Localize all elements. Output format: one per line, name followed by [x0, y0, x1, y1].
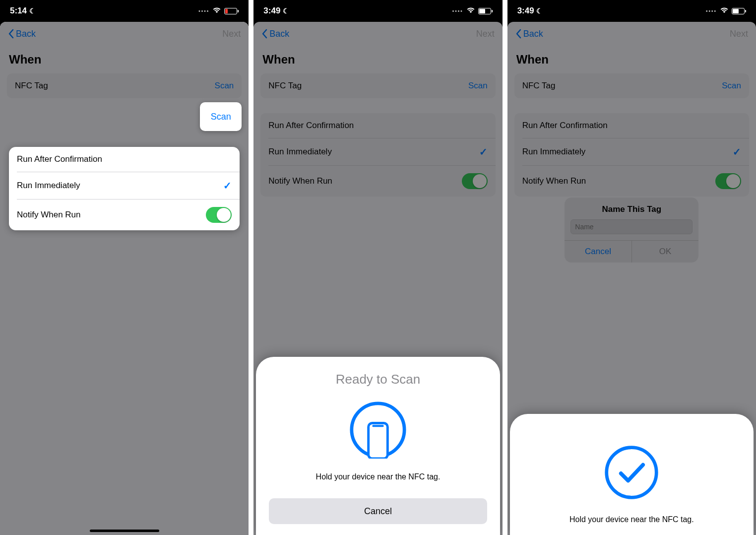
run-immediately-row[interactable]: Run Immediately✓: [514, 138, 749, 165]
nfc-tag-row: NFC Tag Scan: [514, 73, 749, 98]
nfc-tag-row: NFC Tag Scan: [7, 73, 242, 98]
nfc-tag-label: NFC Tag: [15, 81, 48, 91]
screenshot-panel-1: 5:14 ☾ •••• Back Next When NFC Tag Scan …: [0, 0, 249, 535]
wifi-icon: [720, 6, 729, 16]
scan-link[interactable]: Scan: [215, 81, 234, 91]
reception-dots-icon: ••••: [198, 8, 209, 14]
scan-button-highlight[interactable]: Scan: [200, 102, 242, 131]
reception-dots-icon: ••••: [706, 8, 717, 14]
when-heading: When: [0, 46, 249, 70]
next-button[interactable]: Next: [222, 29, 241, 39]
alert-title: Name This Tag: [565, 198, 698, 219]
status-bar: 5:14 ☾ ••••: [0, 0, 249, 22]
tag-name-input[interactable]: [570, 219, 693, 234]
run-immediately-label: Run Immediately: [17, 181, 80, 191]
battery-icon: [478, 8, 493, 14]
nav-bar: Back Next: [253, 22, 502, 46]
battery-icon: [732, 8, 746, 14]
run-after-label: Run After Confirmation: [17, 154, 102, 164]
battery-icon: [224, 8, 239, 14]
run-after-row[interactable]: Run After Confirmation: [260, 113, 495, 138]
wifi-icon: [212, 6, 221, 16]
svg-point-4: [607, 448, 657, 498]
back-button[interactable]: Back: [8, 29, 36, 39]
status-time: 3:49 ☾: [263, 6, 289, 16]
wifi-icon: [466, 6, 475, 16]
nfc-scan-icon: [349, 401, 407, 459]
svg-rect-1: [369, 423, 388, 459]
sheet-title: Ready to Scan: [269, 372, 487, 387]
scan-link[interactable]: Scan: [468, 81, 488, 91]
nfc-tag-label: NFC Tag: [522, 81, 556, 91]
nav-bar: Back Next: [0, 22, 249, 46]
status-bar: 3:49 ☾ ••••: [253, 0, 502, 22]
dnd-moon-icon: ☾: [29, 7, 36, 15]
scan-sheet: Hold your device near the NFC tag.: [510, 414, 754, 535]
back-button[interactable]: Back: [515, 29, 543, 39]
notify-row: Notify When Run: [260, 166, 495, 197]
notify-row: Notify When Run: [514, 166, 749, 197]
reception-dots-icon: ••••: [452, 8, 463, 14]
dnd-moon-icon: ☾: [536, 7, 543, 15]
scan-sheet: Ready to Scan Hold your device near the …: [256, 357, 500, 535]
checkmark-icon: ✓: [733, 146, 741, 158]
status-time: 3:49 ☾: [517, 6, 543, 16]
back-button[interactable]: Back: [261, 29, 289, 39]
when-heading: When: [507, 46, 756, 70]
run-after-row[interactable]: Run After Confirmation: [9, 147, 240, 172]
run-options-card: Run After Confirmation Run Immediately✓ …: [260, 113, 495, 197]
nfc-tag-row: NFC Tag Scan: [260, 73, 495, 98]
run-options-card: Run After Confirmation Run Immediately ✓…: [9, 147, 240, 230]
run-immediately-row[interactable]: Run Immediately✓: [260, 138, 495, 165]
checkmark-icon: ✓: [479, 146, 488, 158]
run-immediately-row[interactable]: Run Immediately ✓: [9, 172, 240, 199]
next-button[interactable]: Next: [730, 29, 748, 39]
name-tag-alert: Name This Tag Cancel OK: [565, 198, 698, 263]
notify-row: Notify When Run: [9, 200, 240, 230]
run-after-row[interactable]: Run After Confirmation: [514, 113, 749, 138]
when-heading: When: [253, 46, 502, 70]
next-button[interactable]: Next: [476, 29, 495, 39]
checkmark-icon: ✓: [223, 180, 232, 192]
status-time: 5:14 ☾: [10, 6, 36, 16]
nfc-tag-label: NFC Tag: [268, 81, 302, 91]
sheet-hint: Hold your device near the NFC tag.: [523, 515, 741, 524]
status-bar: 3:49 ☾ ••••: [507, 0, 756, 22]
cancel-button[interactable]: Cancel: [269, 498, 487, 524]
notify-toggle[interactable]: [462, 173, 488, 189]
sheet-hint: Hold your device near the NFC tag.: [269, 472, 487, 481]
notify-toggle[interactable]: [206, 207, 232, 223]
notify-label: Notify When Run: [17, 210, 81, 220]
scan-link[interactable]: Scan: [722, 81, 741, 91]
home-indicator[interactable]: [90, 530, 159, 532]
dnd-moon-icon: ☾: [283, 7, 289, 15]
alert-ok-button[interactable]: OK: [632, 241, 699, 263]
screenshot-panel-3: 3:49 ☾ •••• Back Next When NFC Tag Scan …: [507, 0, 756, 535]
notify-toggle[interactable]: [715, 173, 741, 189]
run-options-card: Run After Confirmation Run Immediately✓ …: [514, 113, 749, 197]
success-check-icon: [603, 444, 660, 501]
screenshot-panel-2: 3:49 ☾ •••• Back Next When NFC Tag Scan …: [253, 0, 502, 535]
nav-bar: Back Next: [507, 22, 756, 46]
alert-cancel-button[interactable]: Cancel: [565, 241, 632, 263]
